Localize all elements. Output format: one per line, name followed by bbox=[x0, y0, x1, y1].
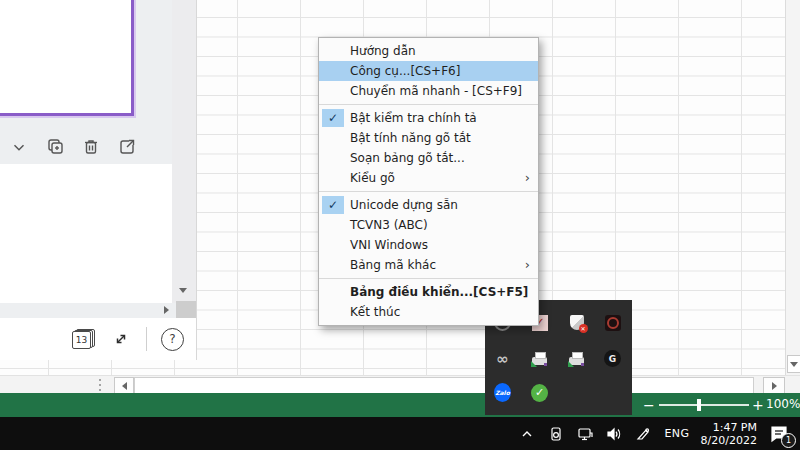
menu-item-vni-windows[interactable]: VNI Windows bbox=[319, 235, 538, 255]
menu-item-bat-kiem-tra-chinh-ta[interactable]: ✓ Bật kiểm tra chính tả bbox=[319, 108, 538, 128]
menu-item-kieu-go[interactable]: Kiểu gõ › bbox=[319, 168, 538, 188]
triangle-left-icon bbox=[122, 382, 127, 390]
zoom-out-button[interactable]: − bbox=[643, 396, 655, 414]
panel-scroll-down-icon[interactable] bbox=[179, 288, 187, 293]
zoom-slider-thumb[interactable] bbox=[697, 399, 701, 411]
panel-scroll-right-icon[interactable] bbox=[164, 306, 169, 314]
desktop-screen: − + 100% bbox=[0, 0, 800, 450]
menu-item-bang-ma-khac[interactable]: Bảng mã khác › bbox=[319, 255, 538, 275]
zoom-slider-track[interactable] bbox=[659, 404, 749, 406]
antivirus-ok-icon[interactable]: ✓ bbox=[531, 384, 548, 401]
menu-item-tcvn3[interactable]: TCVN3 (ABC) bbox=[319, 215, 538, 235]
page-count-label: 13 bbox=[72, 331, 91, 349]
creative-cloud-icon[interactable]: ∞ bbox=[494, 350, 511, 367]
scroll-left-button[interactable] bbox=[114, 377, 134, 394]
menu-separator bbox=[319, 278, 538, 279]
selected-page-thumbnail[interactable] bbox=[0, 0, 134, 116]
network-icon[interactable] bbox=[575, 422, 595, 446]
panel-vertical-scrollbar[interactable] bbox=[172, 0, 196, 303]
menu-item-unicode-dung-san[interactable]: ✓ Unicode dựng sẵn bbox=[319, 195, 538, 215]
checkmark-icon: ✓ bbox=[322, 109, 344, 127]
windows-ink-pen-icon[interactable] bbox=[633, 422, 653, 446]
volume-icon[interactable] bbox=[604, 422, 624, 446]
clock-time: 1:47 PM bbox=[701, 421, 757, 434]
menu-separator bbox=[319, 104, 538, 105]
language-indicator[interactable]: ENG bbox=[662, 427, 691, 440]
logitech-g-icon[interactable]: G bbox=[604, 350, 621, 367]
panel-bottom-bar: 13 ? bbox=[0, 318, 196, 360]
phone-link-icon[interactable] bbox=[546, 422, 566, 446]
menu-item-cong-cu[interactable]: Công cụ...[CS+F6] bbox=[319, 61, 538, 81]
show-hidden-icons-chevron[interactable] bbox=[517, 422, 537, 446]
excel-vertical-scrollbar[interactable] bbox=[785, 0, 800, 375]
sheet-splitter-grip[interactable] bbox=[97, 379, 103, 391]
checkmark-icon: ✓ bbox=[322, 196, 344, 214]
printer-tray-icon[interactable] bbox=[531, 350, 548, 367]
submenu-arrow-icon: › bbox=[525, 168, 530, 188]
zoom-in-button[interactable]: + bbox=[752, 396, 764, 414]
triangle-right-icon bbox=[772, 382, 777, 390]
fullscreen-expand-button[interactable] bbox=[110, 328, 132, 350]
horizontal-scroll-thumb[interactable] bbox=[134, 377, 754, 394]
menu-item-ket-thuc[interactable]: Kết thúc bbox=[319, 302, 538, 322]
unikey-context-menu: Hướng dẫn Công cụ...[CS+F6] Chuyển mã nh… bbox=[318, 37, 539, 326]
scroll-right-button[interactable] bbox=[763, 377, 785, 394]
toolbar-divider bbox=[146, 327, 147, 351]
excel-horizontal-scrollbar[interactable] bbox=[0, 375, 800, 394]
radeon-software-icon[interactable] bbox=[604, 314, 621, 331]
panel-scroll-corner[interactable] bbox=[176, 301, 196, 318]
share-export-button[interactable] bbox=[116, 136, 138, 158]
menu-item-bang-dieu-khien[interactable]: Bảng điều khiển...[CS+F5] bbox=[319, 282, 538, 302]
security-alert-badge: ✕ bbox=[579, 324, 588, 333]
menu-item-bat-tinh-nang-go-tat[interactable]: Bật tính năng gõ tắt bbox=[319, 128, 538, 148]
help-button[interactable]: ? bbox=[161, 328, 184, 351]
page-count-button[interactable]: 13 bbox=[72, 328, 96, 350]
printer-tray-icon-2[interactable] bbox=[568, 350, 585, 367]
clock-date: 8/20/2022 bbox=[701, 434, 757, 447]
excel-status-bar: − + 100% bbox=[0, 393, 800, 417]
delete-page-button[interactable] bbox=[80, 136, 102, 158]
zoom-level-label[interactable]: 100% bbox=[766, 397, 800, 411]
triangle-down-icon bbox=[790, 362, 798, 367]
menu-item-huong-dan[interactable]: Hướng dẫn bbox=[319, 41, 538, 61]
menu-separator bbox=[319, 191, 538, 192]
menu-item-soan-bang-go-tat[interactable]: Soạn bảng gõ tắt... bbox=[319, 148, 538, 168]
left-app-panel: 13 ? bbox=[0, 0, 197, 360]
taskbar-clock[interactable]: 1:47 PM 8/20/2022 bbox=[701, 421, 757, 447]
menu-item-chuyen-ma-nhanh[interactable]: Chuyển mã nhanh - [CS+F9] bbox=[319, 81, 538, 101]
zalo-tray-icon[interactable]: Zalo bbox=[494, 384, 511, 401]
scroll-down-button[interactable] bbox=[787, 355, 800, 373]
chevron-down-icon[interactable] bbox=[8, 136, 30, 158]
windows-taskbar: ENG 1:47 PM 8/20/2022 1 bbox=[0, 417, 800, 450]
duplicate-page-button[interactable] bbox=[44, 136, 66, 158]
submenu-arrow-icon: › bbox=[525, 255, 530, 275]
notification-count-badge: 1 bbox=[781, 433, 796, 448]
windows-security-icon[interactable]: ✕ bbox=[568, 314, 585, 331]
panel-content-page bbox=[0, 164, 172, 303]
action-center-button[interactable]: 1 bbox=[766, 422, 792, 446]
panel-toolbar bbox=[0, 131, 172, 163]
